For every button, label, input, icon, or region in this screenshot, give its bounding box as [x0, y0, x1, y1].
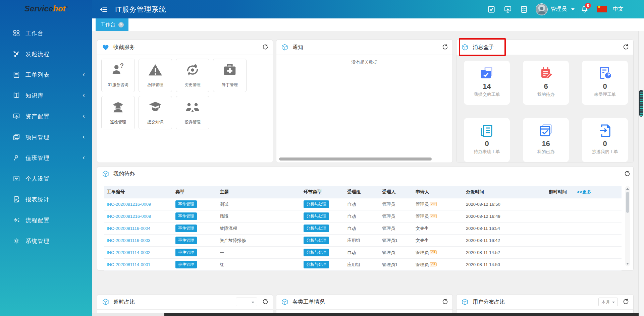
scrollbar-thumb[interactable] — [626, 192, 629, 213]
sidebar-item-start-process[interactable]: 发起流程 — [0, 44, 92, 64]
sidebar-item-process-config[interactable]: 流程配置 — [0, 210, 92, 231]
china-flag-icon[interactable]: ★ — [597, 6, 607, 12]
cube-icon — [461, 298, 469, 306]
col-header-subject: 主题 — [220, 189, 304, 195]
monitor-chart-icon — [13, 113, 20, 120]
panel-header: 收藏服务 — [97, 40, 273, 55]
ticket-id-link[interactable]: INC-2020081216-0009 — [107, 202, 151, 207]
more-link[interactable]: >>更多 — [569, 189, 600, 195]
vip-badge: VIP — [430, 214, 437, 218]
cube-icon — [281, 298, 288, 306]
collapse-menu-icon[interactable] — [99, 5, 108, 14]
scroll-up-arrow-icon[interactable] — [626, 188, 629, 190]
document-list-icon — [13, 71, 20, 78]
svg-text:?: ? — [120, 62, 124, 69]
stat-tile-unaccepted[interactable]: 0 未受理工单 — [582, 61, 628, 105]
chevron-left-icon: ‹ — [83, 153, 85, 161]
table-vertical-scrollbar[interactable] — [625, 186, 630, 266]
refresh-icon[interactable] — [623, 298, 629, 305]
sidebar-item-duty-mgmt[interactable]: 值班管理 ‹ — [0, 147, 92, 168]
sidebar-item-report-stats[interactable]: 报表统计 — [0, 189, 92, 210]
logo-text-service: Service — [24, 4, 53, 13]
service-tile-patrol-mgmt[interactable]: 巡检管理 — [101, 96, 135, 129]
ticket-id-link[interactable]: INC-2020081114-0001 — [107, 262, 150, 267]
stat-tile-my-submitted[interactable]: 14 我提交的工单 — [464, 61, 510, 105]
tab-label: 工作台 — [100, 21, 115, 28]
sidebar-item-workbench[interactable]: 工作台 — [0, 23, 92, 44]
stat-tile-my-todo[interactable]: 6 我的待办 — [523, 61, 569, 105]
ticket-id-link[interactable]: INC-2020081216-0008 — [107, 214, 151, 219]
type-badge: 事件管理 — [175, 261, 197, 268]
refresh-icon[interactable] — [624, 170, 631, 177]
stat-count: 0 — [464, 140, 510, 148]
page-scrollbar-thumb[interactable] — [164, 313, 639, 316]
applicant-name: 管理员 — [416, 202, 429, 207]
stage-badge: 分析与处理 — [304, 225, 329, 232]
refresh-icon[interactable] — [623, 44, 629, 50]
stat-tile-unread-todo[interactable]: 0 待办未读工单 — [464, 118, 510, 162]
service-tile-patch-mgmt[interactable]: 补丁管理 — [213, 59, 247, 92]
table-row[interactable]: INC-2020081114-0002 事件管理 一 分析与处理 自动 管理员 … — [104, 247, 622, 259]
service-tile-consult[interactable]: ? 01服务咨询 — [101, 59, 135, 92]
period-select[interactable] — [236, 298, 257, 306]
sidebar-item-asset-config[interactable]: 资产配置 ‹ — [0, 106, 92, 127]
sidebar-item-personal-settings[interactable]: 个人设置 — [0, 168, 92, 189]
col-header-stage-type: 环节类型 — [304, 189, 347, 195]
page-vertical-scrollbar[interactable] — [638, 31, 644, 316]
refresh-icon[interactable] — [262, 298, 269, 305]
stat-tile-cc-to-me[interactable]: 0 抄送我的工单 — [582, 118, 628, 162]
sidebar-item-label: 流程配置 — [25, 216, 50, 224]
type-badge: 事件管理 — [175, 225, 197, 232]
service-tile-complaint-mgmt[interactable]: 投诉管理 — [176, 96, 209, 129]
sidebar-item-ticket-list[interactable]: 工单列表 ‹ — [0, 64, 92, 85]
tab-close-icon[interactable]: × — [118, 22, 124, 27]
sidebar-item-label: 个人设置 — [25, 175, 50, 183]
sidebar-item-project-mgmt[interactable]: 项目管理 ‹ — [0, 127, 92, 147]
screen-monitor-icon[interactable] — [504, 5, 512, 13]
handler-cell: 管理员 — [382, 201, 416, 207]
service-tile-fault-mgmt[interactable]: 故障管理 — [139, 59, 172, 92]
username-menu[interactable]: 管理员 — [551, 6, 567, 13]
complaint-people-icon — [185, 100, 200, 115]
user-avatar[interactable] — [536, 3, 548, 15]
approval-check-icon[interactable] — [487, 5, 495, 13]
stat-count: 16 — [523, 140, 569, 148]
ticket-id-link[interactable]: INC-2020081116-0003 — [107, 238, 150, 243]
table-row[interactable]: INC-2020081216-0008 事件管理 哦哦 分析与处理 自动 管理员… — [104, 210, 622, 223]
handler-cell: 管理员 — [382, 226, 416, 232]
ticket-id-link[interactable]: INC-2020081116-0004 — [107, 226, 150, 231]
page-horizontal-scrollbar[interactable] — [92, 313, 639, 316]
task-list-icon[interactable] — [520, 5, 528, 13]
scroll-down-arrow-icon[interactable] — [626, 263, 629, 265]
page-scrollbar-thumb[interactable] — [639, 90, 643, 117]
refresh-icon[interactable] — [442, 298, 448, 305]
service-tile-change-mgmt[interactable]: 变更管理 — [176, 59, 209, 92]
sidebar-item-label: 知识库 — [25, 92, 44, 100]
service-tile-label: 故障管理 — [147, 82, 163, 88]
language-switch[interactable]: 中文 — [613, 6, 624, 13]
tab-workbench[interactable]: 工作台 × — [96, 18, 128, 31]
activity-frame-icon — [13, 175, 20, 182]
stat-tile-my-done[interactable]: 16 我的已办 — [523, 118, 569, 162]
refresh-icon[interactable] — [442, 44, 448, 50]
table-row[interactable]: INC-2020081216-0009 事件管理 测试 分析与处理 自动 管理员… — [104, 198, 622, 210]
horizontal-scrollbar-thumb[interactable] — [279, 157, 432, 161]
sidebar-item-system-mgmt[interactable]: 系统管理 — [0, 231, 92, 251]
service-tile-submit-knowledge[interactable]: 提交知识 — [139, 96, 172, 129]
table-row[interactable]: INC-2020081116-0003 事件管理 资产故障报修 分析与处理 应用… — [104, 235, 622, 247]
table-row[interactable]: INC-2020081114-0001 事件管理 红 分析与处理 应用组 管理员… — [104, 259, 622, 271]
vip-badge: VIP — [430, 262, 437, 266]
table-row[interactable]: INC-2020081116-0004 事件管理 故障流程 分析与处理 自动 管… — [104, 223, 622, 235]
notifications-bell-icon[interactable]: 5 — [580, 5, 590, 14]
panel-title: 消息盒子 — [473, 44, 494, 51]
col-header-type: 类型 — [175, 189, 220, 195]
sidebar-item-knowledge-base[interactable]: 知识库 ‹ — [0, 85, 92, 106]
service-tile-label: 变更管理 — [184, 82, 201, 88]
handler-cell: 管理员1 — [382, 238, 416, 244]
ticket-id-link[interactable]: INC-2020081114-0002 — [107, 250, 150, 255]
cube-icon — [102, 298, 109, 306]
period-select[interactable]: 本月 — [598, 298, 618, 306]
refresh-icon[interactable] — [262, 44, 269, 50]
subject-cell: 一 — [220, 250, 304, 256]
dispatch-time-cell: 2020-08-12 16:50 — [466, 202, 534, 207]
